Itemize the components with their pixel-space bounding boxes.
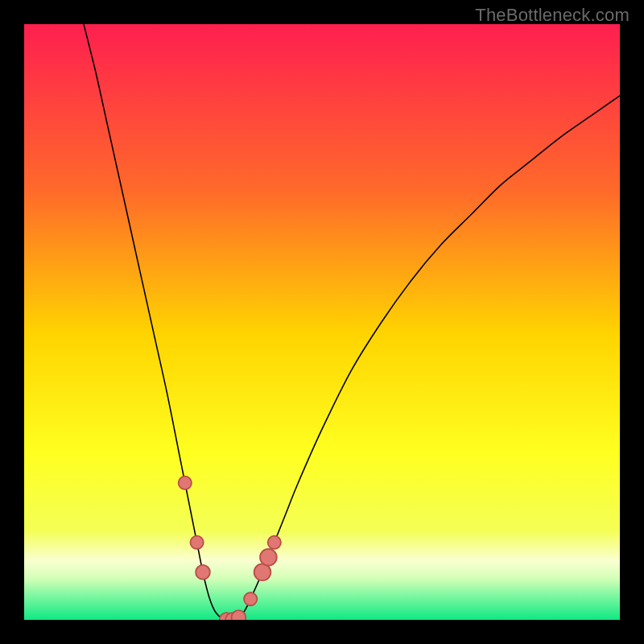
chart-frame: TheBottleneck.com — [0, 0, 644, 644]
curve-marker — [196, 565, 210, 580]
curve-marker — [232, 610, 246, 620]
bottleneck-chart — [24, 24, 620, 620]
watermark-text: TheBottleneck.com — [475, 5, 630, 26]
curve-marker — [190, 536, 203, 549]
curve-marker — [260, 549, 277, 566]
curve-marker — [268, 536, 281, 549]
gradient-background — [24, 24, 620, 620]
curve-marker — [244, 592, 257, 605]
curve-marker — [179, 477, 192, 489]
